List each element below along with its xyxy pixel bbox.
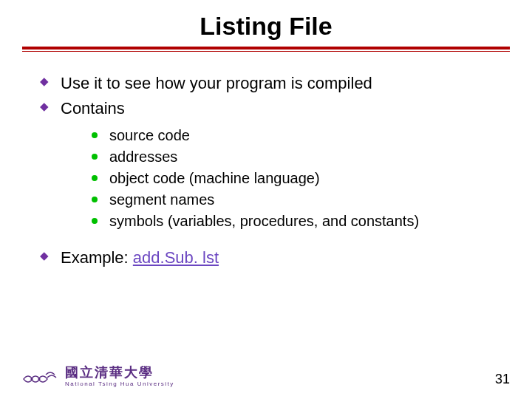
university-text: 國立清華大學 National Tsing Hua University: [65, 366, 174, 387]
sub-text: addresses: [109, 149, 177, 165]
sub-addresses: addresses: [90, 146, 488, 168]
bullet-list-level1: Use it to see how your program is compil…: [38, 72, 488, 269]
title-rule-thick: [22, 47, 510, 50]
bullet-contains: Contains source code addresses object co…: [38, 98, 488, 233]
content-area: Use it to see how your program is compil…: [38, 72, 488, 269]
university-name-cn: 國立清華大學: [65, 366, 174, 379]
sub-segment-names: segment names: [90, 189, 488, 211]
bullet-list-level2: source code addresses object code (machi…: [90, 125, 488, 232]
example-link[interactable]: add.Sub. lst: [133, 248, 219, 267]
bullet-example: Example: add.Sub. lst: [38, 247, 488, 269]
bullet-use-it: Use it to see how your program is compil…: [38, 72, 488, 95]
bullet-text: Contains: [61, 99, 125, 117]
university-brand: 國立清華大學 National Tsing Hua University: [22, 366, 174, 387]
sub-object-code: object code (machine language): [90, 168, 488, 189]
slide: Listing File Use it to see how your prog…: [0, 0, 532, 399]
bullet-text: Use it to see how your program is compil…: [61, 74, 372, 92]
sub-source-code: source code: [90, 125, 488, 146]
university-name-en: National Tsing Hua University: [65, 381, 174, 387]
sub-text: segment names: [109, 191, 214, 208]
title-rule-thin: [22, 51, 510, 52]
sub-text: object code (machine language): [109, 170, 320, 186]
example-prefix: Example:: [61, 248, 133, 267]
university-logo-icon: [22, 369, 58, 385]
sub-text: source code: [109, 127, 190, 143]
page-number: 31: [495, 372, 510, 387]
footer: 國立清華大學 National Tsing Hua University 31: [22, 366, 510, 387]
sub-symbols: symbols (variables, procedures, and cons…: [90, 211, 488, 232]
sub-text: symbols (variables, procedures, and cons…: [109, 213, 419, 229]
slide-title: Listing File: [0, 0, 532, 42]
